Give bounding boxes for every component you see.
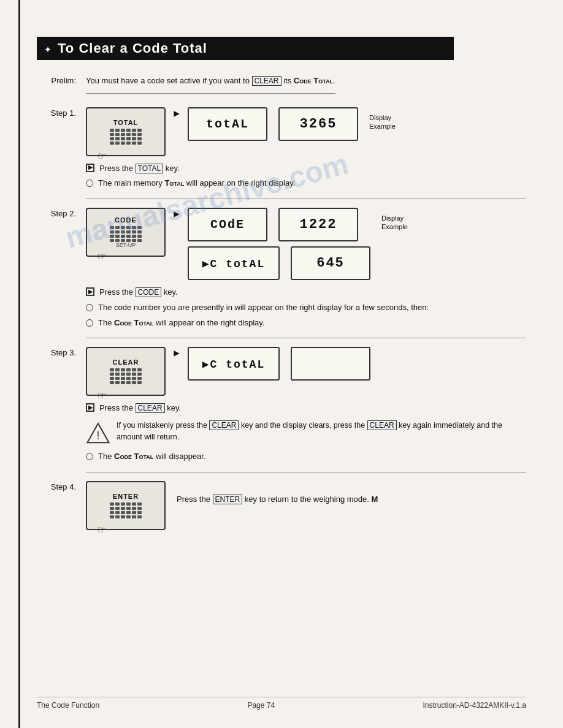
step4-diagram-row: Step 4. ENTER ☞ Press the ENTER key to r… [37,481,526,530]
step2-bullet-1: ▶ [86,287,94,296]
step3-warning-text: If you mistakenly press the CLEAR key an… [117,420,526,443]
step2-display-left-bottom: ▶C totAL [188,246,280,280]
step3-display-right [291,347,370,381]
step4-machine: ENTER ☞ [86,481,166,530]
step3-diagram: CLEAR ☞ ▶ ▶C totAL [86,347,370,396]
step2-arrow: ▶ [170,208,183,220]
step2-display-right-top: 1222 [278,208,358,241]
step2-diagram-row: Step 2. CODE SET-UP ☞ ▶ [37,208,526,280]
page: manualsarchive.com ✦ To Clear a Code Tot… [0,0,563,728]
step3-diagram-row: Step 3. CLEAR ☞ ▶ ▶C to [37,347,526,396]
step1-bullet-2 [86,180,93,187]
step1-wrapper: Step 1. TOTAL ☞ ▶ totAL [37,107,526,200]
step3-instr-2: The Code Total will disappear. [86,450,526,463]
step2-wrapper: Step 2. CODE SET-UP ☞ ▶ [37,208,526,338]
step4-wrapper: Step 4. ENTER ☞ Press the ENTER key to r… [37,481,526,530]
step3-arrow: ▶ [170,347,183,359]
step1-instruction-list: ▶ Press the TOTAL key. The main memory T… [86,162,526,200]
step2-instruction-list: ▶ Press the CODE key. The code number yo… [86,286,526,338]
step3-instructions: ▶ Press the CLEAR key. ! If you mistaken… [86,402,526,472]
step3-machine-key: CLEAR [113,358,139,366]
step3-instr-text-1: Press the CLEAR key. [99,402,181,415]
step2-instr-1: ▶ Press the CODE key. [86,286,526,299]
footer-center: Page 74 [247,701,275,710]
code-total-ref: Code Total [294,76,333,85]
step1-display-right: 3265 [278,107,358,141]
footer-right: Instruction-AD-4322AMKII-v.1.a [423,701,526,710]
step2-display-example: DisplayExample [381,208,408,232]
step1-bullet-1: ▶ [86,164,94,172]
step3-warning: ! If you mistakenly press the CLEAR key … [86,420,526,446]
step1-instr-2: The main memory Total will appear on the… [86,177,526,190]
step2-setup-label: SET-UP [116,242,136,248]
step1-diagram: TOTAL ☞ ▶ totAL 3265 [86,107,396,156]
step1-label: Step 1. [37,107,86,118]
step4-machine-key: ENTER [113,493,139,500]
step2-instr-text-3: The Code Total will appear on the right … [98,317,264,330]
step2-instr-3: The Code Total will appear on the right … [86,317,526,330]
page-title: To Clear a Code Total [58,40,207,56]
step2-instr-text-2: The code number you are presently in wil… [98,301,429,314]
step2-screens: COdE 1222 ▶C totAL 645 [188,208,370,280]
step2-bullet-2 [86,304,93,311]
step3-label: Step 3. [37,347,86,357]
clear-ref: CLEAR [252,76,282,86]
step3-bullet-1: ▶ [86,403,94,412]
step2-machine-key: CODE [115,216,137,224]
step2-label: Step 2. [37,208,86,218]
step3-bullet-2 [86,453,93,460]
step1-machine-key: TOTAL [113,119,139,126]
step2-machine: CODE SET-UP ☞ [86,208,166,257]
step3-instr-1: ▶ Press the CLEAR key. [86,402,526,415]
step3-machine: CLEAR ☞ [86,347,166,396]
step2-diagram: CODE SET-UP ☞ ▶ COdE [86,208,408,280]
prelim-row: Prelim: You must have a code set active … [37,75,526,101]
step2-bullet-3 [86,319,93,327]
warning-icon: ! [86,421,110,446]
header-icon: ✦ [44,41,52,56]
step4-diagram: ENTER ☞ Press the ENTER key to return to… [86,481,378,530]
step1-diagram-row: Step 1. TOTAL ☞ ▶ totAL [37,107,526,156]
prelim-label: Prelim: [37,75,86,85]
step2-instr-2: The code number you are presently in wil… [86,301,526,314]
step1-instr-1: ▶ Press the TOTAL key. [86,162,526,175]
step1-display-example: DisplayExample [369,107,396,131]
step3-display-left: ▶C totAL [188,347,280,381]
step4-label: Step 4. [37,481,86,491]
page-footer: The Code Function Page 74 Instruction-AD… [37,697,526,710]
step1-machine: TOTAL ☞ [86,107,166,156]
svg-text:!: ! [97,430,100,442]
step3-instruction-list: ▶ Press the CLEAR key. ! If you mistaken… [86,402,526,472]
step4-text: Press the ENTER key to return to the wei… [170,481,378,506]
step1-screens: totAL 3265 [188,107,358,141]
step1-display-left: totAL [188,107,267,141]
footer-left: The Code Function [37,701,99,710]
page-header: ✦ To Clear a Code Total [37,37,454,60]
step3-wrapper: Step 3. CLEAR ☞ ▶ ▶C to [37,347,526,472]
step1-instructions: ▶ Press the TOTAL key. The main memory T… [86,162,526,200]
step3-instr-text-2: The Code Total will disappear. [98,450,206,463]
prelim-text: You must have a code set active if you w… [86,75,335,94]
step1-instr-text-1: Press the TOTAL key. [99,162,180,175]
step2-display-left-top: COdE [188,208,267,241]
step2-instructions: ▶ Press the CODE key. The code number yo… [86,286,526,338]
step2-display-right-bottom: 645 [291,246,370,280]
step1-arrow: ▶ [170,107,183,119]
step3-screens: ▶C totAL [188,347,370,381]
step1-instr-text-2: The main memory Total will appear on the… [98,177,295,190]
step2-instr-text-1: Press the CODE key. [99,286,178,299]
